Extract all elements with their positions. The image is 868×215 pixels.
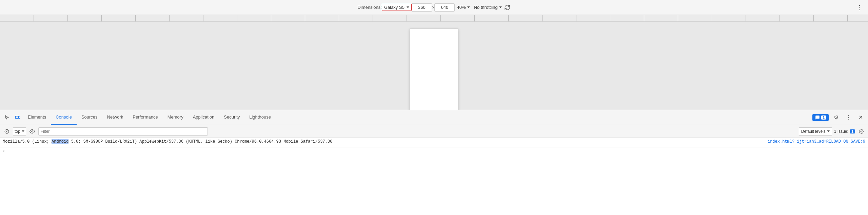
issues-count: 1 <box>850 129 855 133</box>
ruler-area <box>0 15 868 22</box>
toolbar-more-button[interactable]: ⋮ <box>856 4 863 11</box>
dimension-cross: × <box>432 5 435 10</box>
devtools-tabs-right: 1 ⚙ ⋮ ✕ <box>812 110 865 125</box>
source-link[interactable]: index.html?_ijt=1ah3…ad=RELOAD_ON_SAVE:9 <box>768 139 865 144</box>
context-selector[interactable]: top <box>13 127 26 136</box>
tab-console[interactable]: Console <box>51 110 77 125</box>
tab-lighthouse[interactable]: Lighthouse <box>244 110 276 125</box>
filter-input[interactable] <box>38 127 208 136</box>
tab-sources[interactable]: Sources <box>77 110 102 125</box>
tab-elements[interactable]: Elements <box>23 110 51 125</box>
eye-button[interactable] <box>28 127 36 136</box>
height-input[interactable] <box>434 3 455 12</box>
chat-badge-count: 1 <box>821 115 826 120</box>
devtools-tabs: Elements Console Sources Network Perform… <box>0 110 868 125</box>
rotate-icon[interactable] <box>504 4 511 11</box>
svg-rect-0 <box>15 116 18 119</box>
tab-application[interactable]: Application <box>188 110 219 125</box>
throttle-value: No throttling <box>474 5 498 10</box>
clear-console-button[interactable] <box>3 127 11 136</box>
user-agent-text: Mozilla/5.0 (Linux; Android 5.0; SM-G900… <box>3 139 768 144</box>
responsive-icon[interactable] <box>12 110 23 125</box>
devtools-panel: Elements Console Sources Network Perform… <box>0 110 868 215</box>
svg-rect-1 <box>19 117 20 119</box>
tab-memory[interactable]: Memory <box>163 110 188 125</box>
more-options-button[interactable]: ⋮ <box>844 113 853 122</box>
log-levels-selector[interactable]: Default levels <box>799 127 832 136</box>
zoom-selector[interactable]: 40% <box>455 4 472 11</box>
zoom-value: 40% <box>457 5 466 10</box>
context-dropdown-icon <box>22 130 24 132</box>
console-output: Mozilla/5.0 (Linux; Android 5.0; SM-G900… <box>0 138 868 215</box>
svg-point-5 <box>32 131 33 132</box>
throttle-selector[interactable]: No throttling <box>472 4 504 11</box>
console-settings-button[interactable] <box>857 127 865 136</box>
issues-label: 1 Issue: <box>834 129 848 134</box>
prompt-chevron-icon: › <box>3 149 5 154</box>
console-toolbar-right: Default levels 1 Issue: 1 <box>799 127 865 136</box>
tab-network[interactable]: Network <box>102 110 128 125</box>
log-levels-label: Default levels <box>801 129 826 134</box>
context-value: top <box>15 129 20 134</box>
device-selector[interactable]: Galaxy S5 <box>382 4 412 11</box>
width-input[interactable] <box>412 3 432 12</box>
zoom-dropdown-icon <box>467 6 470 8</box>
throttle-dropdown-icon <box>499 6 502 8</box>
svg-point-6 <box>861 131 862 132</box>
tab-security[interactable]: Security <box>219 110 244 125</box>
console-line-useragent: Mozilla/5.0 (Linux; Android 5.0; SM-G900… <box>0 138 868 147</box>
chat-badge-button[interactable]: 1 <box>812 114 829 121</box>
viewport-area <box>0 22 868 110</box>
log-levels-dropdown-icon <box>827 130 830 132</box>
android-highlight: Android <box>52 139 68 144</box>
device-dropdown-icon <box>407 6 409 8</box>
issues-button[interactable]: 1 Issue: 1 <box>834 129 855 134</box>
dimensions-label: Dimensions: <box>357 5 382 10</box>
close-devtools-button[interactable]: ✕ <box>856 113 865 122</box>
ruler-marks <box>0 15 868 21</box>
phone-screen <box>410 29 458 110</box>
device-name: Galaxy S5 <box>384 5 405 10</box>
tab-performance[interactable]: Performance <box>128 110 162 125</box>
console-prompt[interactable]: › <box>0 147 868 155</box>
settings-button[interactable]: ⚙ <box>831 113 841 122</box>
console-toolbar: top Default levels 1 Issue: 1 <box>0 125 868 138</box>
cursor-icon[interactable] <box>1 110 12 125</box>
device-toolbar: Dimensions: Galaxy S5 × 40% No throttlin… <box>0 0 868 15</box>
